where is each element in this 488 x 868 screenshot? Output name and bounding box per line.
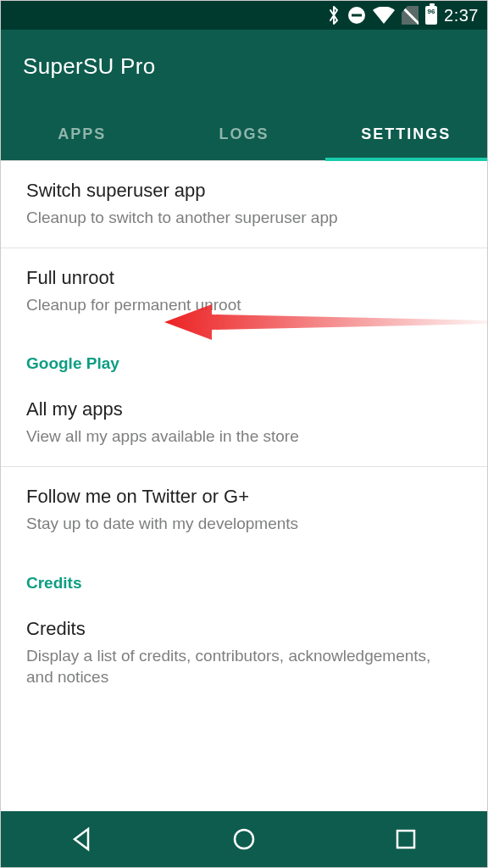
nav-back-button[interactable] <box>53 818 112 860</box>
item-title: Credits <box>26 618 462 640</box>
wifi-icon <box>373 7 395 24</box>
svg-rect-4 <box>397 831 414 848</box>
item-subtitle: Stay up to date with my developments <box>26 513 462 535</box>
section-credits: Credits <box>1 552 487 599</box>
nav-bar <box>1 811 487 867</box>
item-subtitle: Cleanup to switch to another superuser a… <box>26 207 462 229</box>
dnd-icon <box>347 6 366 25</box>
item-subtitle: View all my apps available in the store <box>26 426 462 448</box>
bluetooth-icon <box>327 5 341 25</box>
nav-home-button[interactable] <box>214 818 274 860</box>
item-all-my-apps[interactable]: All my apps View all my apps available i… <box>1 380 487 467</box>
status-clock: 2:37 <box>444 6 479 25</box>
app-bar: SuperSU Pro APPS LOGS SETTINGS <box>1 30 487 161</box>
item-title: All my apps <box>26 398 462 420</box>
battery-percent: 96 <box>427 8 435 15</box>
item-subtitle: Display a list of credits, contributors,… <box>26 645 462 688</box>
item-subtitle: Cleanup for permanent unroot <box>26 294 462 316</box>
settings-list: Switch superuser app Cleanup to switch t… <box>1 161 487 707</box>
item-title: Switch superuser app <box>26 180 462 202</box>
tab-bar: APPS LOGS SETTINGS <box>1 108 487 161</box>
item-follow[interactable]: Follow me on Twitter or G+ Stay up to da… <box>1 467 487 552</box>
app-title: SuperSU Pro <box>1 30 487 108</box>
no-sim-icon <box>402 6 419 25</box>
status-bar: 96 2:37 <box>1 1 487 30</box>
svg-rect-1 <box>352 14 362 17</box>
item-switch-superuser[interactable]: Switch superuser app Cleanup to switch t… <box>1 161 487 248</box>
battery-icon: 96 <box>425 6 437 25</box>
item-full-unroot[interactable]: Full unroot Cleanup for permanent unroot <box>1 248 487 333</box>
nav-recent-button[interactable] <box>376 818 435 860</box>
item-title: Follow me on Twitter or G+ <box>26 486 462 508</box>
item-credits[interactable]: Credits Display a list of credits, contr… <box>1 599 487 707</box>
svg-point-3 <box>235 830 253 849</box>
section-google-play: Google Play <box>1 332 487 380</box>
tab-settings[interactable]: SETTINGS <box>325 108 487 160</box>
tab-logs[interactable]: LOGS <box>163 108 324 160</box>
item-title: Full unroot <box>26 267 462 289</box>
tab-apps[interactable]: APPS <box>1 108 163 160</box>
